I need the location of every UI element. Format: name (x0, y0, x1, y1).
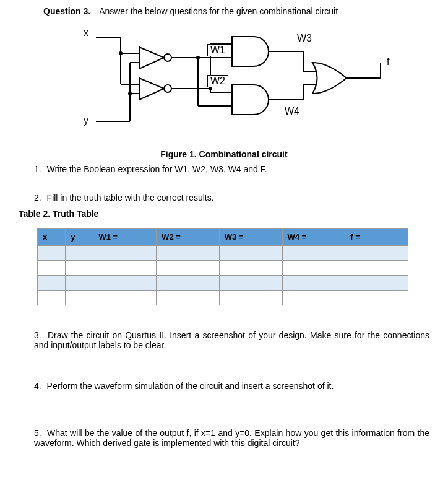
table-header-row: x y W1 = W2 = W3 = W4 = f = (38, 229, 408, 246)
item-1: 1. Write the Boolean expression for W1, … (34, 164, 429, 174)
table-row (38, 261, 408, 276)
circuit-diagram: x y W1 W2 W3 W4 f (56, 25, 402, 137)
input-y-label: y (84, 115, 88, 126)
header-f: f = (345, 229, 408, 246)
table-row (38, 291, 408, 305)
header-w4: W4 = (282, 229, 345, 246)
item-4: 4. Perform the waveform simulation of th… (34, 381, 429, 391)
header-y: y (66, 229, 93, 246)
item-5-text: What will be the value of the output f, … (34, 428, 429, 448)
table-row (38, 246, 408, 261)
figure-caption: Figure 1. Combinational circuit (19, 149, 429, 159)
w1-label: W1 (207, 44, 228, 56)
item-1-number: 1. (34, 164, 41, 174)
item-2-number: 2. (34, 193, 41, 203)
header-w2: W2 = (157, 229, 220, 246)
table-caption: Table 2. Truth Table (19, 209, 429, 219)
item-4-text: Perform the waveform simulation of the c… (47, 381, 334, 391)
truth-table: x y W1 = W2 = W3 = W4 = f = (37, 228, 408, 305)
input-x-label: x (84, 27, 88, 38)
table-row (38, 276, 408, 291)
header-w3: W3 = (219, 229, 282, 246)
item-3: 3. Draw the circuit on Quartus II. Inser… (34, 330, 429, 350)
question-prompt: Answer the below questions for the given… (99, 6, 338, 16)
w2-label: W2 (207, 75, 228, 87)
header-x: x (38, 229, 66, 246)
item-3-text: Draw the circuit on Quartus II. Insert a… (34, 330, 429, 350)
item-3-number: 3. (34, 330, 41, 340)
item-2: 2. Fill in the truth table with the corr… (34, 193, 429, 203)
item-2-text: Fill in the truth table with the correct… (47, 193, 214, 203)
w4-label: W4 (285, 106, 299, 117)
circuit-svg (56, 25, 402, 137)
item-5-number: 5. (34, 428, 41, 438)
svg-point-16 (196, 56, 200, 59)
item-4-number: 4. (34, 381, 41, 391)
output-f-label: f (387, 56, 389, 68)
question-label: Question 3. (43, 6, 90, 16)
question-header: Question 3. Answer the below questions f… (43, 6, 429, 16)
w3-label: W3 (297, 33, 312, 44)
svg-point-10 (128, 92, 132, 95)
svg-point-5 (119, 51, 123, 55)
item-5: 5. What will be the value of the output … (34, 428, 429, 448)
item-1-text: Write the Boolean expression for W1, W2,… (47, 164, 267, 174)
header-w1: W1 = (93, 229, 157, 246)
